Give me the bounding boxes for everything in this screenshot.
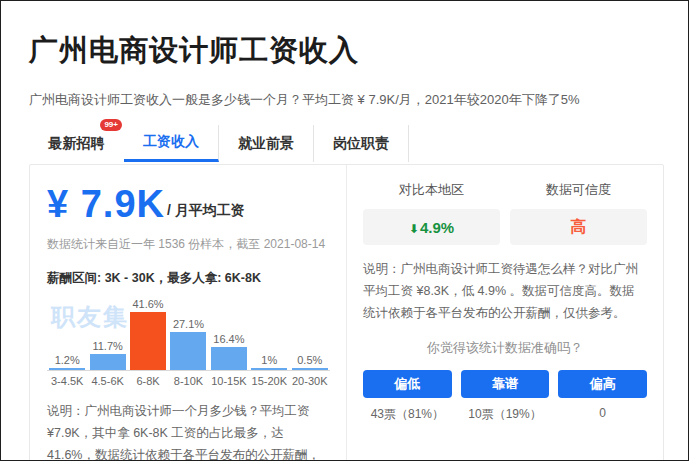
sample-note: 数据统计来自近一年 1536 份样本，截至 2021-08-14: [47, 236, 330, 253]
bar: [292, 368, 328, 370]
bar: [211, 347, 247, 370]
tab-label: 岗位职责: [333, 135, 389, 153]
down-arrow-icon: ⬇: [409, 222, 419, 236]
bar-value-label: 41.6%: [132, 298, 163, 310]
bar-column: 1.2%: [47, 354, 87, 370]
axis-tick-label: 20-30K: [290, 375, 330, 387]
axis-tick-label: 4.5-6K: [87, 375, 127, 387]
tab-3[interactable]: 就业前景: [219, 125, 314, 162]
salary-unit: / 月平均工资: [167, 202, 245, 220]
salary-range-note: 薪酬区间: 3K - 30K，最多人拿: 6K-8K: [47, 270, 330, 287]
bar-value-label: 0.5%: [297, 354, 322, 366]
bar: [49, 368, 85, 370]
tab-2[interactable]: 工资收入: [124, 125, 219, 162]
chart-x-axis: 3-4.5K4.5-6K6-8K8-10K10-15K15-20K20-30K: [47, 375, 330, 387]
new-jobs-badge: 99+: [100, 119, 122, 131]
tab-4[interactable]: 岗位职责: [314, 125, 409, 162]
metric-trust: 数据可信度 高: [510, 181, 647, 245]
metric-trust-value: 高: [571, 217, 587, 238]
bar-value-label: 16.4%: [213, 333, 244, 345]
bar: [170, 332, 206, 370]
metric-trust-label: 数据可信度: [510, 181, 647, 199]
bar-value-label: 11.7%: [92, 340, 122, 352]
poll-option-button-3[interactable]: 偏高: [558, 370, 647, 398]
salary-distribution-chart: 职友集 1.2%11.7%41.6%27.1%16.4%1%0.5% 3-4.5…: [47, 295, 330, 387]
tab-label: 最新招聘: [49, 135, 105, 153]
page-title: 广州电商设计师工资收入: [29, 31, 662, 71]
tab-bar: 最新招聘99+工资收入就业前景岗位职责: [29, 125, 662, 162]
bar-value-label: 27.1%: [173, 318, 204, 330]
tab-label: 就业前景: [238, 135, 294, 153]
bar-column: 41.6%: [128, 298, 168, 370]
bar-chart: 1.2%11.7%41.6%27.1%16.4%1%0.5%: [47, 295, 330, 371]
salary-amount: ¥ 7.9K: [47, 185, 165, 223]
metric-row: 对比本地区 ⬇4.9% 数据可信度 高: [363, 181, 647, 245]
bar-column: 0.5%: [290, 354, 330, 370]
tab-label: 工资收入: [143, 133, 199, 151]
axis-tick-label: 3-4.5K: [47, 375, 87, 387]
bar-column: 11.7%: [87, 340, 127, 370]
bar-value-label: 1%: [261, 354, 277, 366]
comparison-explanation: 说明：广州电商设计师工资待遇怎么样？对比广州平均工资 ¥8.3K，低 4.9% …: [363, 259, 647, 325]
poll-vote-count: 10票（19%）: [461, 406, 550, 423]
metric-local-label: 对比本地区: [363, 181, 500, 199]
tab-1[interactable]: 最新招聘99+: [29, 125, 124, 162]
bar-column: 16.4%: [209, 333, 249, 370]
poll-counts: 43票（81%）10票（19%）0: [363, 406, 647, 423]
bar-column: 1%: [249, 354, 289, 370]
salary-headline: ¥ 7.9K / 月平均工资: [47, 185, 330, 223]
bar: [130, 312, 166, 370]
bar-column: 27.1%: [168, 318, 208, 370]
bar: [90, 354, 126, 370]
local-percent: 4.9%: [420, 219, 454, 236]
poll-buttons: 偏低靠谱偏高: [363, 370, 647, 398]
metric-local-box: ⬇4.9%: [363, 209, 500, 245]
poll-vote-count: 0: [558, 406, 647, 423]
bar: [251, 368, 287, 370]
metric-local-value: ⬇4.9%: [409, 219, 454, 236]
comparison-right-panel: 对比本地区 ⬇4.9% 数据可信度 高 说明：广州: [347, 165, 663, 461]
screenshot-frame: 广州电商设计师工资收入 广州电商设计师工资收入一般是多少钱一个月？平均工资 ¥ …: [0, 0, 689, 461]
metric-local: 对比本地区 ⬇4.9%: [363, 181, 500, 245]
axis-tick-label: 10-15K: [209, 375, 249, 387]
bar-value-label: 1.2%: [55, 354, 80, 366]
poll-question: 你觉得该统计数据准确吗？: [363, 339, 647, 357]
axis-tick-label: 6-8K: [128, 375, 168, 387]
salary-left-panel: ¥ 7.9K / 月平均工资 数据统计来自近一年 1536 份样本，截至 202…: [30, 165, 347, 461]
metric-trust-box: 高: [510, 209, 647, 245]
page: 广州电商设计师工资收入 广州电商设计师工资收入一般是多少钱一个月？平均工资 ¥ …: [1, 1, 688, 461]
axis-tick-label: 8-10K: [168, 375, 208, 387]
axis-tick-label: 15-20K: [249, 375, 289, 387]
poll-option-button-1[interactable]: 偏低: [363, 370, 452, 398]
poll-vote-count: 43票（81%）: [363, 406, 452, 423]
page-subtitle: 广州电商设计师工资收入一般是多少钱一个月？平均工资 ¥ 7.9K/月，2021年…: [29, 91, 662, 109]
salary-panel-container: ¥ 7.9K / 月平均工资 数据统计来自近一年 1536 份样本，截至 202…: [29, 164, 664, 461]
poll-option-button-2[interactable]: 靠谱: [461, 370, 550, 398]
salary-explanation: 说明：广州电商设计师一个月多少钱？平均工资 ¥7.9K，其中拿 6K-8K 工资…: [47, 401, 330, 461]
